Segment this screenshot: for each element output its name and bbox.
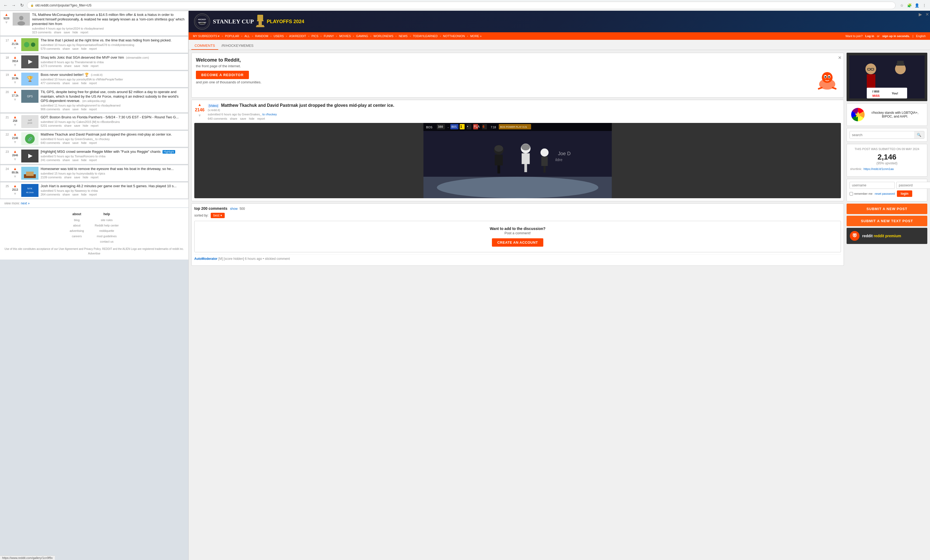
- footer-about-link[interactable]: about: [70, 223, 84, 228]
- comment-author[interactable]: AutoModerator: [194, 257, 217, 261]
- nav-funny-link[interactable]: FUNNY: [322, 34, 336, 38]
- refresh-button[interactable]: ↻: [19, 2, 25, 8]
- share-link[interactable]: share: [64, 124, 72, 127]
- login-nav-link[interactable]: Log in: [864, 34, 876, 38]
- post-title-link[interactable]: Homeowner was told to remove the eyesore…: [41, 167, 174, 171]
- author-link[interactable]: whstlngisnvrenf: [76, 104, 97, 107]
- post-main-title-link[interactable]: Matthew Tkachuk and David Pastrnak just …: [221, 103, 394, 108]
- downvote-button[interactable]: ▼: [13, 63, 17, 67]
- save-link[interactable]: save: [72, 141, 79, 145]
- upvote-button[interactable]: ▲: [13, 167, 17, 171]
- nav-pics-link[interactable]: PICS: [310, 34, 320, 38]
- upvote-button[interactable]: ▲: [13, 115, 17, 119]
- upvote-button[interactable]: ▲: [13, 38, 17, 42]
- nav-todayilearned-link[interactable]: TODAYILEARNED: [411, 34, 439, 38]
- upvote-button[interactable]: ▲: [13, 72, 17, 76]
- author-link[interactable]: Naweezy: [75, 189, 87, 192]
- author-link[interactable]: tyrion2024: [66, 27, 80, 30]
- post-hide-link[interactable]: hide: [249, 117, 254, 120]
- remember-me-checkbox-label[interactable]: remember me: [850, 192, 872, 195]
- nav-users-link[interactable]: USERS: [272, 34, 285, 38]
- hide-link[interactable]: hide: [81, 47, 87, 50]
- post-comments-count[interactable]: 640 comments: [208, 117, 227, 120]
- nav-news-link[interactable]: NEWS: [397, 34, 409, 38]
- downvote-button[interactable]: ▼: [13, 46, 17, 50]
- downvote-button[interactable]: ▼: [13, 98, 17, 102]
- comments-link[interactable]: 579 comments: [41, 47, 60, 50]
- post-title-link[interactable]: [Highlight] MSG crowd serenade Reggie Mi…: [41, 149, 161, 154]
- search-button[interactable]: 🔍: [914, 131, 924, 138]
- bookmark-button[interactable]: ☆: [899, 2, 905, 8]
- report-link[interactable]: report: [89, 158, 97, 162]
- username-field[interactable]: [850, 182, 895, 189]
- url-bar[interactable]: 🔒 old.reddit.com/r/popular/?geo_filter=U…: [27, 2, 896, 9]
- author-link[interactable]: huzeyodaddy: [76, 172, 94, 175]
- footer-contact-link[interactable]: contact us: [95, 239, 119, 245]
- reset-password-link[interactable]: reset password: [875, 192, 895, 195]
- comments-link[interactable]: 264 comments: [41, 193, 60, 196]
- post-title-link[interactable]: Matthew Tkachuk and David Pastrnak just …: [41, 132, 172, 136]
- footer-careers-link[interactable]: careers: [70, 234, 84, 239]
- post-downvote-button[interactable]: ▼: [198, 114, 202, 117]
- save-link[interactable]: save: [72, 193, 79, 196]
- signup-nav-link[interactable]: sign up in seconds.: [881, 34, 912, 38]
- subreddit-link[interactable]: r/WhitePeopleTwitter: [96, 78, 123, 81]
- sort-best-button[interactable]: best ▾: [211, 213, 225, 218]
- login-button[interactable]: login: [897, 191, 912, 197]
- comments-link[interactable]: 5201 comments: [41, 124, 62, 127]
- upvote-button[interactable]: ▲: [13, 184, 17, 188]
- nav-more-link[interactable]: MORE »: [468, 34, 483, 38]
- footer-advertising-link[interactable]: advertising: [70, 228, 84, 234]
- report-link[interactable]: report: [91, 64, 99, 68]
- hide-link[interactable]: hide: [81, 82, 87, 85]
- nav-worldnews-link[interactable]: WORLDNEWS: [372, 34, 395, 38]
- share-link[interactable]: share: [62, 47, 70, 50]
- forward-button[interactable]: →: [11, 2, 17, 8]
- subreddit-link[interactable]: r/pics: [98, 172, 105, 175]
- nav-popular-link[interactable]: POPULAR: [223, 34, 241, 38]
- share-link[interactable]: share: [62, 193, 70, 196]
- post-title-link[interactable]: TIL Matthew McConaughey turned down a $1…: [32, 13, 185, 26]
- nav-random-link[interactable]: RANDOM: [254, 34, 270, 38]
- hide-link[interactable]: hide: [81, 193, 87, 196]
- subreddit-link[interactable]: r/mildlyinteresting: [111, 43, 134, 46]
- share-link[interactable]: share: [62, 108, 70, 111]
- downvote-button[interactable]: ▼: [5, 20, 8, 24]
- back-button[interactable]: ←: [3, 2, 9, 8]
- my-subreddits-button[interactable]: MY SUBREDDITS ▾: [191, 34, 221, 38]
- submit-text-post-button[interactable]: SUBMIT A NEW TEXT POST: [847, 216, 927, 226]
- subreddit-link[interactable]: r/hockey: [99, 137, 110, 141]
- upvote-button[interactable]: ▲: [13, 55, 17, 59]
- close-panel-button[interactable]: ✕: [925, 12, 929, 17]
- author-link[interactable]: RepresentativeRow678: [76, 43, 107, 46]
- report-link[interactable]: report: [91, 124, 99, 127]
- subreddit-link[interactable]: r/todayilearned: [101, 104, 120, 107]
- hide-link[interactable]: hide: [83, 175, 88, 179]
- nav-askreddit-link[interactable]: ASKREDDIT: [288, 34, 308, 38]
- post-title-link[interactable]: Boos never sounded better! 🏆: [41, 72, 89, 77]
- hide-link[interactable]: hide: [81, 158, 87, 162]
- report-link[interactable]: report: [89, 47, 97, 50]
- profile-button[interactable]: 👤: [914, 2, 920, 8]
- author-link[interactable]: Cakes2015: [76, 120, 91, 123]
- share-link[interactable]: share: [64, 175, 72, 179]
- close-welcome-button[interactable]: ✕: [838, 55, 841, 60]
- comments-link[interactable]: 640 comments: [41, 141, 60, 145]
- upvote-button[interactable]: ▲: [5, 13, 8, 16]
- hide-link[interactable]: hide: [81, 108, 87, 111]
- nav-gaming-link[interactable]: GAMING: [354, 34, 370, 38]
- comments-link[interactable]: 1273 comments: [41, 64, 62, 68]
- upvote-button[interactable]: ▲: [13, 132, 17, 136]
- tab-comments[interactable]: COMMENTS: [191, 42, 218, 50]
- comments-link[interactable]: 323 comments: [32, 31, 51, 34]
- report-link[interactable]: report: [89, 193, 97, 196]
- comments-link[interactable]: 2109 comments: [41, 175, 62, 179]
- show-link[interactable]: show: [230, 207, 238, 211]
- downvote-button[interactable]: ▼: [13, 80, 17, 84]
- subreddit-link[interactable]: r/BostonBruins: [100, 120, 120, 123]
- save-link[interactable]: save: [72, 47, 79, 50]
- author-link[interactable]: Theralomerali: [74, 60, 92, 64]
- save-link[interactable]: save: [74, 124, 80, 127]
- post-title-link[interactable]: GDT: Boston Bruins vs Florida Panthers -…: [41, 115, 179, 119]
- search-input[interactable]: [850, 131, 914, 138]
